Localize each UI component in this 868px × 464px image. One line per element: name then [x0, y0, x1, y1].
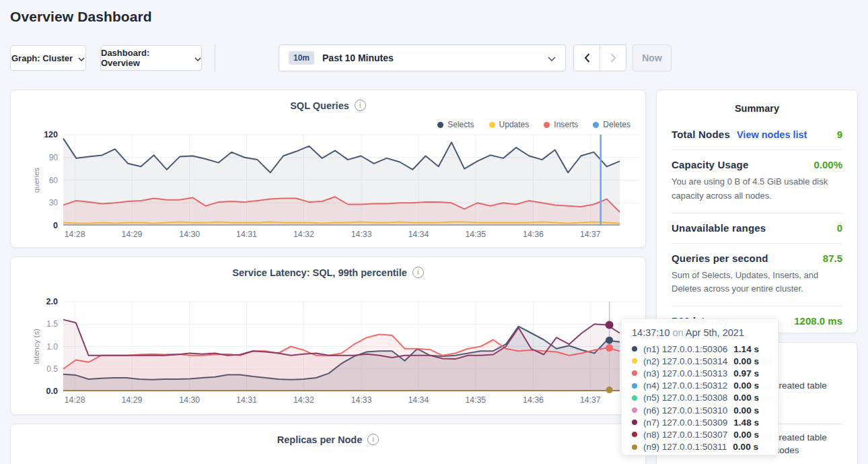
- time-range-badge: 10m: [289, 51, 314, 65]
- svg-text:14:29: 14:29: [122, 230, 143, 239]
- svg-text:14:36: 14:36: [523, 230, 544, 239]
- info-icon[interactable]: i: [367, 434, 379, 445]
- chevron-down-icon: [78, 53, 85, 63]
- svg-text:queries: queries: [32, 167, 40, 193]
- time-pager: [573, 44, 626, 71]
- qps-value: 87.5: [823, 253, 842, 264]
- svg-text:0: 0: [53, 221, 58, 230]
- series-dot: [632, 370, 637, 376]
- tooltip-row: (n7) 127.0.0.1:503091.48 s: [632, 416, 768, 428]
- tooltip-row: (n4) 127.0.0.1:503120.00 s: [632, 380, 768, 392]
- series-dot: [632, 395, 637, 401]
- dashboard-dropdown[interactable]: Dashboard: Overview: [100, 45, 202, 71]
- legend-item-updates[interactable]: Updates: [489, 120, 530, 129]
- svg-text:14:28: 14:28: [65, 230, 85, 239]
- time-range-label: Past 10 Minutes: [322, 53, 394, 63]
- svg-text:14:32: 14:32: [293, 230, 314, 239]
- svg-text:14:30: 14:30: [179, 230, 200, 239]
- svg-text:14:36: 14:36: [523, 395, 544, 405]
- series-dot: [632, 358, 637, 364]
- total-nodes-label: Total Nodes: [672, 129, 730, 140]
- chevron-down-icon: [548, 52, 556, 64]
- svg-text:14:29: 14:29: [122, 395, 143, 405]
- series-dot: [632, 407, 637, 413]
- legend-item-inserts[interactable]: Inserts: [544, 120, 578, 129]
- legend-item-selects[interactable]: Selects: [437, 120, 474, 129]
- unavailable-ranges-label: Unavailable ranges: [672, 222, 766, 234]
- tooltip-row: (n3) 127.0.0.1:503130.97 s: [632, 367, 768, 379]
- svg-text:14:35: 14:35: [465, 395, 486, 405]
- chevron-down-icon: [194, 53, 201, 63]
- svg-text:14:32: 14:32: [293, 395, 314, 405]
- now-button[interactable]: Now: [632, 44, 672, 71]
- svg-text:14:33: 14:33: [351, 230, 372, 239]
- svg-text:14:37: 14:37: [580, 230, 601, 239]
- tooltip-timestamp: 14:37:10 on Apr 5th, 2021: [632, 327, 768, 338]
- unavailable-ranges-value: 0: [837, 222, 842, 234]
- legend-dot: [489, 122, 495, 128]
- service-latency-plot[interactable]: 14:2814:2914:3014:3114:3214:3314:3414:35…: [22, 298, 647, 411]
- replicas-per-node-title: Replicas per Node: [277, 434, 363, 445]
- next-interval-button[interactable]: [600, 45, 626, 71]
- summary-row-total-nodes: Total Nodes View nodes list 9: [672, 120, 842, 150]
- prev-interval-button[interactable]: [574, 45, 600, 71]
- svg-text:14:34: 14:34: [408, 230, 429, 239]
- svg-text:14:33: 14:33: [351, 395, 372, 405]
- series-dot: [632, 383, 637, 389]
- qps-desc: Sum of Selects, Updates, Inserts, and De…: [672, 269, 842, 297]
- svg-text:14:30: 14:30: [179, 395, 200, 405]
- tooltip-row: (n6) 127.0.0.1:503100.00 s: [632, 404, 768, 416]
- toolbar-divider: [215, 44, 215, 71]
- sql-queries-card: SQL Queries i Selects Updates Inserts De…: [10, 90, 646, 248]
- svg-text:latency (s): latency (s): [32, 329, 40, 364]
- summary-row-qps: Queries per second 87.5 Sum of Selects, …: [672, 244, 842, 307]
- dashboard-dropdown-label: Dashboard: Overview: [101, 48, 189, 68]
- svg-text:0.0: 0.0: [46, 387, 58, 396]
- capacity-usage-desc: You are using 0 B of 4.5 GiB usable disk…: [672, 175, 842, 203]
- series-dot: [632, 346, 637, 352]
- tooltip-row: (n5) 127.0.0.1:503080.00 s: [632, 392, 768, 404]
- legend-item-deletes[interactable]: Deletes: [593, 120, 630, 129]
- info-icon[interactable]: i: [355, 100, 366, 111]
- svg-text:1.0: 1.0: [46, 342, 58, 352]
- page-title: Overview Dashboard: [10, 9, 152, 25]
- svg-text:30: 30: [49, 198, 59, 207]
- svg-text:14:28: 14:28: [65, 395, 85, 405]
- replicas-per-node-card: Replicas per Node i: [10, 424, 646, 464]
- time-range-dropdown[interactable]: 10m Past 10 Minutes: [279, 44, 566, 71]
- svg-text:90: 90: [49, 153, 59, 162]
- view-nodes-list-link[interactable]: View nodes list: [737, 129, 807, 140]
- capacity-usage-value: 0.00%: [813, 159, 842, 170]
- total-nodes-value: 9: [837, 129, 842, 140]
- sql-queries-title: SQL Queries: [290, 100, 349, 111]
- tooltip-row: (n8) 127.0.0.1:503070.00 s: [632, 428, 768, 440]
- svg-text:2.0: 2.0: [46, 298, 58, 306]
- capacity-usage-label: Capacity Usage: [672, 159, 749, 170]
- tooltip-row: (n9) 127.0.0.1:503110.00 s: [632, 441, 768, 453]
- legend-dot: [593, 122, 599, 128]
- summary-row-capacity: Capacity Usage 0.00% You are using 0 B o…: [672, 150, 842, 213]
- series-dot: [632, 420, 637, 425]
- sql-queries-plot[interactable]: 14:2814:2914:3014:3114:3214:3314:3414:35…: [22, 131, 647, 246]
- sql-queries-legend: Selects Updates Inserts Deletes: [437, 120, 630, 129]
- legend-dot: [437, 122, 443, 128]
- svg-text:1.5: 1.5: [46, 319, 58, 329]
- info-icon[interactable]: i: [412, 267, 424, 278]
- p99-latency-value: 1208.0 ms: [794, 315, 842, 327]
- legend-dot: [544, 122, 550, 128]
- svg-text:14:35: 14:35: [465, 230, 486, 239]
- svg-text:14:37: 14:37: [580, 395, 601, 405]
- service-latency-title: Service Latency: SQL, 99th percentile: [232, 267, 407, 278]
- summary-row-unavailable: Unavailable ranges 0: [672, 213, 842, 244]
- series-dot: [632, 444, 637, 450]
- svg-text:14:31: 14:31: [236, 395, 257, 405]
- svg-text:14:31: 14:31: [236, 230, 257, 239]
- svg-text:0.5: 0.5: [46, 364, 58, 374]
- summary-panel: Summary Total Nodes View nodes list 9 Ca…: [656, 90, 858, 333]
- graph-dropdown-label: Graph: Cluster: [11, 53, 73, 63]
- graph-dropdown[interactable]: Graph: Cluster: [10, 45, 86, 71]
- service-latency-card: Service Latency: SQL, 99th percentile i …: [10, 257, 646, 415]
- series-dot: [632, 432, 637, 437]
- svg-text:60: 60: [49, 176, 59, 185]
- tooltip-row: (n2) 127.0.0.1:503140.00 s: [632, 355, 768, 367]
